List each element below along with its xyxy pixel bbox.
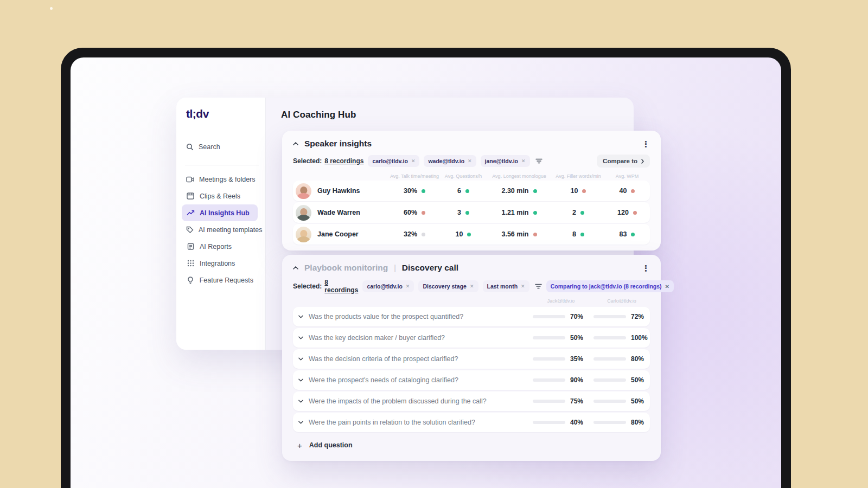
filter-chip[interactable]: Last month✕ [483, 280, 529, 292]
chevron-down-icon[interactable] [298, 357, 303, 361]
status-dot [633, 211, 637, 215]
sidebar-item-label: Integrations [200, 260, 235, 267]
question-row[interactable]: Were the prospect's needs of cataloging … [293, 370, 650, 390]
question-text: Was the products value for the prospect … [309, 313, 463, 320]
sidebar-item-ai-meeting-templates[interactable]: AI meeting templates [182, 221, 258, 238]
selected-recordings-link[interactable]: 8 recordings [324, 157, 363, 165]
sidebar-item-label: Clips & Reels [200, 192, 240, 200]
close-icon[interactable]: ✕ [470, 284, 474, 289]
sidebar-item-feature-requests[interactable]: Feature Requests [182, 272, 258, 288]
avatar [296, 205, 311, 221]
add-question-button[interactable]: + Add question [293, 435, 650, 455]
search-button[interactable]: Search [186, 143, 258, 151]
laptop-screen: tl;dv Search Meetings & folders [71, 57, 781, 488]
progress-bar: 35% [533, 355, 589, 363]
sidebar-item-label: Feature Requests [200, 277, 253, 284]
sidebar-item-clips-reels[interactable]: Clips & Reels [182, 188, 258, 204]
playbook-columns-header: Jack@tldv.io Carlo@tldv.io [293, 298, 650, 305]
question-text: Were the prospect's needs of cataloging … [309, 376, 458, 384]
close-icon[interactable]: ✕ [411, 158, 416, 164]
card-title: Speaker insights [304, 139, 372, 149]
chevron-down-icon[interactable] [298, 315, 303, 318]
status-dot [582, 189, 586, 193]
status-dot [580, 211, 584, 215]
background-speck [50, 7, 53, 10]
sidebar-item-integrations[interactable]: Integrations [182, 255, 258, 272]
tldv-logo: tl;dv [186, 107, 258, 120]
progress-bar: 50% [593, 397, 650, 405]
progress-bar: 100% [593, 334, 650, 342]
question-row[interactable]: Was the decision criteria of the prospec… [293, 349, 650, 369]
search-icon [186, 143, 194, 151]
avatar [296, 227, 311, 242]
card-title: Discovery call [402, 263, 458, 273]
progress-bar: 50% [593, 376, 650, 384]
close-icon[interactable]: ✕ [468, 158, 472, 164]
comparing-to-chip[interactable]: Comparing to jack@tldv.io (8 recordings)… [546, 280, 674, 292]
progress-bar: 90% [533, 376, 589, 384]
question-text: Were the pain points in relation to the … [309, 419, 475, 426]
status-dot [631, 233, 635, 236]
filter-icon[interactable] [535, 158, 542, 164]
card-title-muted: Playbook monitoring [304, 263, 388, 273]
chevron-down-icon[interactable] [298, 421, 303, 424]
selected-label: Selected: [293, 157, 322, 165]
sidebar-divider [185, 165, 259, 165]
speaker-table-header: Avg. Talk time/meeting Avg. Questions/h … [293, 172, 650, 179]
speaker-row[interactable]: Jane Cooper 32% 10 3.56 min 8 83 [293, 224, 650, 245]
status-dot [422, 189, 425, 193]
speaker-row[interactable]: Wade Warren 60% 3 1.21 min 2 120 [293, 202, 650, 223]
progress-bar: 70% [533, 313, 589, 320]
status-dot [422, 233, 425, 236]
sidebar-item-label: AI Reports [200, 243, 232, 251]
chevron-down-icon[interactable] [298, 378, 303, 382]
sidebar-item-label: AI Insights Hub [200, 209, 250, 217]
sidebar: tl;dv Search Meetings & folders [176, 98, 266, 350]
status-dot [533, 233, 537, 236]
speaker-row[interactable]: Guy Hawkins 30% 6 2.30 min 10 40 [293, 181, 650, 201]
question-text: Was the decision criteria of the prospec… [309, 355, 458, 363]
collapse-chevron-up-icon[interactable] [293, 266, 298, 269]
close-icon[interactable]: ✕ [665, 284, 669, 290]
filter-icon[interactable] [535, 284, 542, 289]
chevron-down-icon[interactable] [298, 336, 303, 339]
question-row[interactable]: Was the products value for the prospect … [293, 307, 650, 326]
filter-chip[interactable]: carlo@tldv.io✕ [368, 155, 419, 167]
sidebar-item-ai-insights-hub[interactable]: AI Insights Hub [182, 204, 258, 221]
report-icon [186, 243, 195, 250]
status-dot [467, 233, 471, 236]
kebab-menu-icon[interactable]: ⋮ [642, 140, 650, 148]
filter-chip[interactable]: wade@tldv.io✕ [424, 155, 476, 167]
question-text: Were the impacts of the problem discusse… [309, 397, 487, 405]
progress-bar: 50% [533, 334, 589, 342]
plus-icon: + [297, 441, 302, 450]
collapse-chevron-up-icon[interactable] [293, 142, 298, 145]
status-dot [533, 211, 537, 215]
question-row[interactable]: Was the key decision maker / buyer clari… [293, 328, 650, 348]
sidebar-item-ai-reports[interactable]: AI Reports [182, 238, 258, 255]
close-icon[interactable]: ✕ [521, 284, 525, 289]
sidebar-item-label: Meetings & folders [199, 176, 256, 183]
close-icon[interactable]: ✕ [406, 284, 410, 289]
search-label: Search [199, 143, 220, 151]
filter-chip[interactable]: carlo@tldv.io✕ [362, 280, 414, 292]
selected-recordings-link[interactable]: 8 recordings [324, 279, 358, 294]
grid-dots-icon [186, 260, 195, 267]
compare-to-button[interactable]: Compare to [597, 155, 650, 168]
avatar [296, 183, 311, 199]
question-row[interactable]: Were the pain points in relation to the … [293, 413, 650, 432]
status-dot [631, 189, 635, 193]
question-row[interactable]: Were the impacts of the problem discusse… [293, 391, 650, 411]
sidebar-item-meetings-folders[interactable]: Meetings & folders [182, 171, 258, 188]
clapperboard-icon [186, 192, 195, 200]
status-dot [533, 189, 537, 193]
chevron-down-icon[interactable] [298, 400, 303, 403]
filter-chip[interactable]: jane@tldv.io✕ [481, 155, 530, 167]
desktop-background: tl;dv Search Meetings & folders [0, 0, 868, 488]
status-dot [465, 189, 469, 193]
filter-chip[interactable]: Discovery stage✕ [418, 280, 478, 292]
trend-line-icon [186, 210, 195, 216]
close-icon[interactable]: ✕ [521, 158, 526, 164]
selected-label: Selected: [293, 282, 322, 290]
kebab-menu-icon[interactable]: ⋮ [642, 264, 650, 272]
